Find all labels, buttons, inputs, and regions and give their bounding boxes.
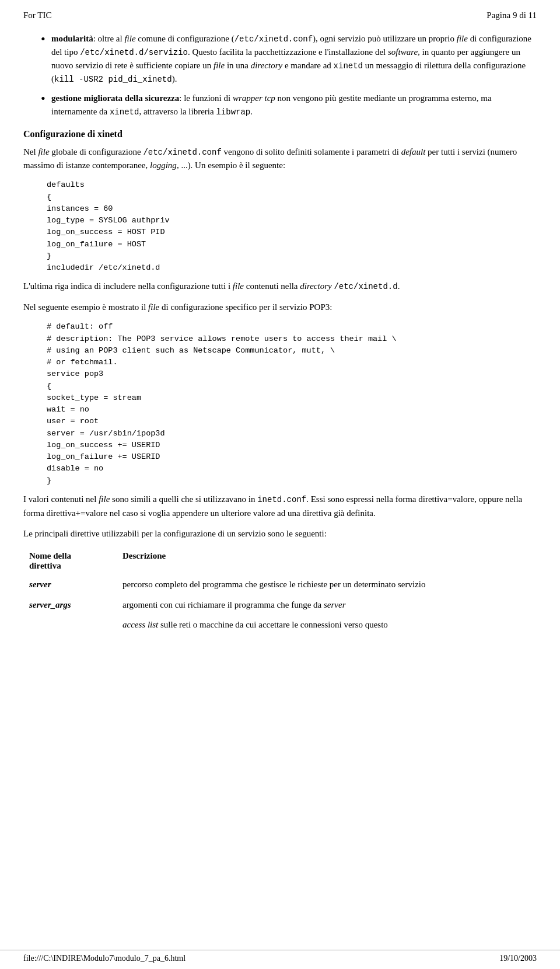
bullet-text-modularita: modularità: oltre al file comune di conf… [51, 32, 537, 86]
directives-table: Nome delladirettiva Descrizione server p… [23, 548, 537, 635]
directive-name-server-args: server_args [29, 600, 71, 609]
gestione-t4: . [250, 107, 253, 116]
header-left: For TIC [23, 11, 51, 20]
p2-post: contenuti nella [244, 281, 300, 291]
bullet-dot-1: • [41, 32, 51, 86]
gestione-t3: , attraverso la libreria [139, 107, 216, 116]
paragraph-4: I valori contenuti nel file sono simili … [23, 493, 537, 520]
p4-file: file [99, 494, 110, 504]
directive-desc-server: percorso completo del programma che gest… [123, 580, 425, 589]
section-title: Configurazione di xinetd [23, 129, 537, 140]
modularita-file2: file [457, 34, 468, 43]
modularita-dir: directory [251, 61, 282, 70]
gestione-code1: xinetd [110, 107, 139, 117]
p4-pre: I valori contenuti nel [23, 494, 99, 504]
modularita-t1: : oltre al [93, 34, 125, 43]
gestione-t1: : le funzioni di [179, 93, 233, 103]
table-cell-desc-access: access list sulle reti o macchine da cui… [117, 615, 537, 635]
page-header: For TIC Pagina 9 di 11 [0, 0, 560, 26]
modularita-t2: comune di configurazione ( [136, 34, 235, 43]
directive-desc-access-pre: access list sulle reti o macchine da cui… [123, 620, 388, 629]
p2-path: /etc/xinetd.d [334, 282, 397, 291]
bullet-item-gestione: • gestione migliorata della sicurezza: l… [41, 92, 537, 118]
code-block-1: defaults { instances = 60 log_type = SYS… [47, 179, 537, 274]
table-row: access list sulle reti o macchine da cui… [23, 615, 537, 635]
table-header-desc: Descrizione [117, 548, 537, 574]
bullet-item-modularita: • modularità: oltre al file comune di co… [41, 32, 537, 86]
p1-code: /etc/xinetd.conf [143, 148, 221, 157]
table-row: server percorso completo del programma c… [23, 574, 537, 595]
header-right: Pagina 9 di 11 [487, 11, 537, 20]
p3-post: di configurazione specifico per il servi… [159, 302, 332, 312]
table-cell-name-server-args: server_args [23, 595, 117, 615]
label-gestione: gestione migliorata della sicurezza [51, 93, 179, 103]
p4-mid: sono simili a quelli che si utilizzavano… [110, 494, 257, 504]
col1-header-text: Nome delladirettiva [29, 551, 71, 570]
p4-code: inetd.conf [257, 495, 306, 504]
p3-file: file [148, 302, 159, 312]
bullet-text-gestione: gestione migliorata della sicurezza: le … [51, 92, 537, 118]
p1-pre: Nel [23, 147, 38, 156]
table-header-name: Nome delladirettiva [23, 548, 117, 574]
code-block-2: # default: off # description: The POP3 s… [47, 321, 537, 487]
col2-header-text: Descrizione [123, 551, 166, 560]
modularita-code4: kill -USR2 pid_di_xinetd [54, 75, 172, 84]
paragraph-2: L'ultima riga indica di includere nella … [23, 280, 537, 294]
modularita-t10: ). [172, 74, 177, 83]
p2-file: file [233, 281, 244, 291]
p1-file: file [38, 147, 49, 156]
access-list-italic: access list [123, 620, 158, 629]
paragraph-1: Nel file globale di configurazione /etc/… [23, 145, 537, 173]
modularita-t8: e mandare ad [282, 61, 333, 70]
p2-pre: L'ultima riga indica di includere nella … [23, 281, 233, 291]
paragraph-3: Nel seguente esempio è mostrato il file … [23, 301, 537, 314]
p1-post: vengono di solito definiti solamente i p… [222, 147, 401, 156]
modularita-t7: in una [225, 61, 251, 70]
directive-name-server: server [29, 580, 51, 589]
directive-desc-server-args: argomenti con cui richiamare il programm… [123, 600, 324, 609]
footer-left: file:///C:\INDIRE\Modulo7\modulo_7_pa_6.… [23, 954, 186, 963]
p1-logging: logging [150, 161, 177, 170]
bullet-dot-2: • [41, 92, 51, 118]
p3-pre: Nel seguente esempio è mostrato il [23, 302, 148, 312]
bullet-list: • modularità: oltre al file comune di co… [41, 32, 537, 118]
modularita-file1: file [124, 34, 135, 43]
modularita-code2: /etc/xinetd.d/servizio [80, 48, 188, 57]
p1-default: default [401, 147, 426, 156]
p2-dot: . [398, 281, 400, 291]
server-italic: server [324, 600, 346, 609]
modularita-code1: /etc/xinetd.conf [235, 34, 313, 44]
gestione-wrapper: wrapper tcp [233, 93, 275, 103]
modularita-t3: ), ogni servizio può utilizzare un propr… [313, 34, 457, 43]
modularita-sw: software [388, 47, 418, 57]
table-cell-name-empty [23, 615, 117, 635]
p1-mid: globale di configurazione [50, 147, 144, 156]
table-row: server_args argomenti con cui richiamare… [23, 595, 537, 615]
paragraph-5: Le principali direttive utilizzabili per… [23, 527, 537, 541]
p1-post3: , ...). Un esempio è il seguente: [177, 161, 285, 170]
p2-dir: directory [300, 281, 331, 291]
table-cell-desc-server-args: argomenti con cui richiamare il programm… [117, 595, 537, 615]
table-cell-name-server: server [23, 574, 117, 595]
modularita-code3: xinetd [334, 61, 363, 71]
label-modularita: modularità [51, 34, 93, 43]
table-cell-desc-server: percorso completo del programma che gest… [117, 574, 537, 595]
page-content: • modularità: oltre al file comune di co… [0, 26, 560, 670]
modularita-file3: file [214, 61, 225, 70]
page-footer: file:///C:\INDIRE\Modulo7\modulo_7_pa_6.… [0, 950, 560, 963]
gestione-code2: libwrap [216, 107, 250, 117]
footer-right: 19/10/2003 [499, 954, 537, 963]
modularita-t5: . Questo facilita la pacchettizzazione e… [188, 47, 388, 57]
